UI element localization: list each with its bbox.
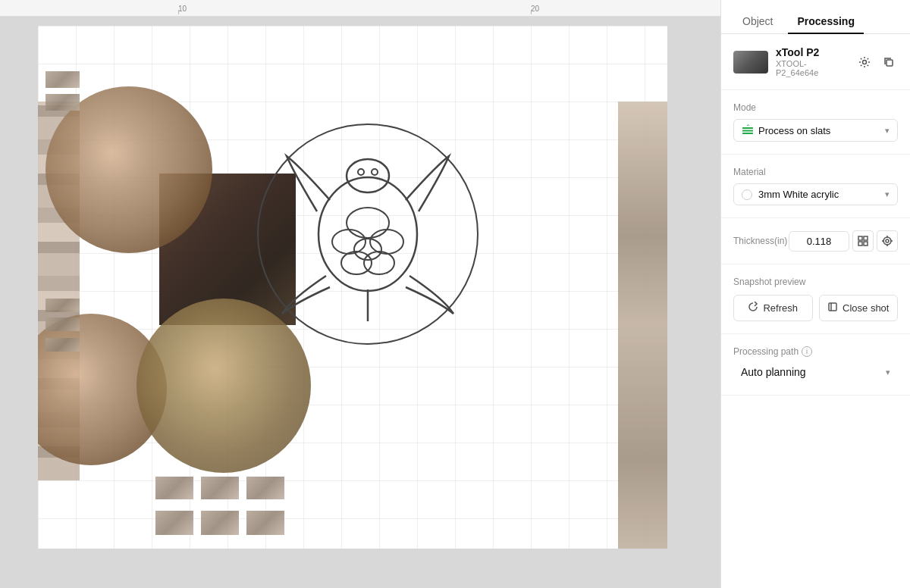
device-section: xTool P2 XTOOL-P2_64e64e xyxy=(721,34,910,90)
thickness-label: Thickness(in) xyxy=(733,236,787,246)
ruler-mark-20: 20 xyxy=(531,5,539,13)
processing-path-label: Processing path xyxy=(733,346,799,357)
svg-point-3 xyxy=(332,230,366,254)
slats-icon xyxy=(742,124,754,136)
svg-rect-18 xyxy=(858,242,862,246)
device-actions xyxy=(855,53,898,71)
thickness-input-wrap xyxy=(789,230,898,252)
mode-label: Mode xyxy=(733,102,898,113)
small-rect-mid-2 xyxy=(46,317,80,331)
small-rect-3 xyxy=(246,477,284,499)
work-canvas xyxy=(0,17,720,588)
svg-rect-12 xyxy=(886,60,893,66)
refresh-icon xyxy=(748,302,758,314)
ruler-mark-10: 10 xyxy=(178,5,187,13)
small-rect-mid-3 xyxy=(46,338,80,352)
refresh-button[interactable]: Refresh xyxy=(733,295,813,321)
mode-chevron-icon: ▾ xyxy=(885,126,890,136)
close-shot-label: Close shot xyxy=(843,302,889,314)
material-label: Material xyxy=(733,167,898,177)
small-rect-mid-1 xyxy=(46,299,80,312)
right-panel: Object Processing xTool P2 XTOOL-P2_64e6… xyxy=(720,0,910,588)
thickness-row: Thickness(in) xyxy=(733,230,898,252)
svg-rect-16 xyxy=(858,236,862,240)
canvas-area: 10 20 xyxy=(0,0,720,588)
svg-rect-14 xyxy=(742,130,753,132)
snapshot-buttons: Refresh Close shot xyxy=(733,295,898,321)
copy-button[interactable] xyxy=(880,53,898,71)
material-select[interactable]: 3mm White acrylic ▾ xyxy=(733,183,898,205)
svg-rect-15 xyxy=(742,127,753,129)
processing-path-value: Auto planning xyxy=(741,366,806,378)
material-value: 3mm White acrylic xyxy=(758,189,879,200)
snapshot-label: Snapshot preview xyxy=(733,277,898,287)
thickness-icons xyxy=(852,230,898,252)
mode-value: Process on slats xyxy=(758,125,880,136)
small-rect-top-1 xyxy=(46,71,80,88)
svg-point-2 xyxy=(347,208,389,238)
right-material-strip xyxy=(618,102,667,549)
device-thumbnail xyxy=(733,51,768,74)
work-area xyxy=(38,26,667,549)
material-section: Material 3mm White acrylic ▾ xyxy=(721,155,910,218)
thickness-maximize-button[interactable] xyxy=(852,230,874,252)
tab-object[interactable]: Object xyxy=(733,9,782,33)
svg-rect-13 xyxy=(742,133,753,134)
processing-path-chevron-icon: ▾ xyxy=(886,368,890,377)
processing-path-row: Processing path i xyxy=(733,346,898,357)
thickness-input[interactable] xyxy=(789,231,849,252)
device-info: xTool P2 XTOOL-P2_64e64e xyxy=(776,46,848,77)
thickness-target-button[interactable] xyxy=(877,230,898,252)
svg-point-21 xyxy=(886,239,889,242)
processing-path-section: Processing path i Auto planning ▾ xyxy=(721,334,910,396)
device-id: XTOOL-P2_64e64e xyxy=(776,59,848,77)
small-rect-5 xyxy=(201,511,239,535)
material-color-dot xyxy=(742,189,752,200)
svg-point-10 xyxy=(372,169,378,175)
svg-point-9 xyxy=(358,169,364,175)
circle-material-topleft xyxy=(46,86,212,253)
svg-point-1 xyxy=(318,177,417,291)
tab-processing[interactable]: Processing xyxy=(788,9,863,33)
close-shot-icon xyxy=(827,302,838,314)
svg-point-7 xyxy=(354,239,381,260)
ruler-top: 10 20 xyxy=(0,0,720,17)
svg-point-4 xyxy=(370,230,403,254)
settings-button[interactable] xyxy=(855,53,874,71)
turtle-outline xyxy=(250,117,485,352)
small-rect-1 xyxy=(155,477,193,499)
mode-section: Mode Process on slats ▾ xyxy=(721,90,910,155)
small-rect-2 xyxy=(201,477,239,499)
svg-point-8 xyxy=(347,159,389,192)
snapshot-section: Snapshot preview Refresh C xyxy=(721,264,910,334)
material-chevron-icon: ▾ xyxy=(885,189,890,199)
mode-select[interactable]: Process on slats ▾ xyxy=(733,119,898,142)
refresh-label: Refresh xyxy=(763,302,798,314)
small-rect-4 xyxy=(155,511,193,535)
small-rect-top-2 xyxy=(46,94,80,111)
small-rect-6 xyxy=(246,511,284,535)
svg-rect-19 xyxy=(864,242,868,246)
device-name: xTool P2 xyxy=(776,46,848,58)
svg-point-11 xyxy=(863,60,867,64)
thickness-section: Thickness(in) xyxy=(721,218,910,264)
processing-path-select[interactable]: Auto planning ▾ xyxy=(733,361,898,383)
svg-point-20 xyxy=(883,237,891,245)
svg-rect-17 xyxy=(864,236,868,240)
info-icon[interactable]: i xyxy=(802,346,812,357)
tabs-container: Object Processing xyxy=(721,0,910,34)
svg-rect-26 xyxy=(829,303,836,311)
close-shot-button[interactable]: Close shot xyxy=(819,295,899,321)
device-row: xTool P2 XTOOL-P2_64e64e xyxy=(733,46,898,77)
